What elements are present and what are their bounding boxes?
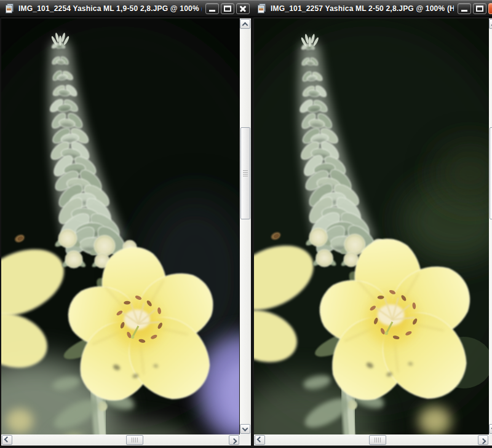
vertical-scrollbar[interactable]: [240, 18, 251, 434]
window-title: IMG_101_2254 Yashica ML 1,9-50 2,8.JPG @…: [18, 4, 202, 13]
scroll-up-button[interactable]: [240, 19, 250, 29]
vertical-scroll-thumb[interactable]: [240, 127, 250, 219]
window-controls: [205, 3, 250, 14]
titlebar[interactable]: IMG_101_2254 Yashica ML 1,9-50 2,8.JPG @…: [0, 0, 252, 17]
maximize-icon: [476, 6, 483, 12]
chevron-right-icon: [480, 438, 486, 444]
image-document-icon: [256, 4, 267, 14]
minimize-icon: [461, 10, 467, 12]
image-window-right: IMG_101_2257 Yashica ML 2-50 2,8.JPG @ 1…: [252, 0, 492, 448]
chevron-up-icon: [242, 22, 248, 28]
scroll-up-button[interactable]: [489, 19, 492, 29]
close-button[interactable]: [488, 3, 492, 14]
vertical-scrollbar[interactable]: [489, 18, 492, 434]
close-icon: [489, 4, 492, 14]
horizontal-scroll-thumb[interactable]: [369, 435, 386, 445]
close-button[interactable]: [236, 3, 250, 14]
window-left-border: [252, 17, 253, 448]
chevron-right-icon: [231, 438, 237, 444]
scroll-down-button[interactable]: [489, 424, 492, 434]
scrollbar-corner: [489, 434, 492, 446]
scroll-right-button[interactable]: [229, 435, 239, 445]
chevron-left-icon: [257, 436, 263, 442]
chevron-down-icon: [242, 425, 248, 431]
scroll-right-button[interactable]: [478, 435, 488, 445]
window-left-border: [0, 17, 1, 448]
photo-canvas[interactable]: [1, 18, 239, 434]
horizontal-scrollbar[interactable]: [254, 434, 489, 446]
chevron-left-icon: [4, 436, 10, 442]
horizontal-scrollbar[interactable]: [1, 434, 240, 446]
scroll-down-button[interactable]: [240, 424, 250, 434]
close-icon: [237, 4, 249, 14]
image-window-left: IMG_101_2254 Yashica ML 1,9-50 2,8.JPG @…: [0, 0, 252, 448]
window-bottom-border: [252, 446, 492, 448]
minimize-button[interactable]: [205, 3, 219, 14]
photo-canvas[interactable]: [254, 18, 489, 434]
maximize-button[interactable]: [473, 3, 486, 14]
window-title: IMG_101_2257 Yashica ML 2-50 2,8.JPG @ 1…: [271, 4, 454, 13]
scroll-left-button[interactable]: [255, 435, 265, 445]
maximize-button[interactable]: [221, 3, 234, 14]
minimize-icon: [209, 10, 215, 12]
vertical-scroll-thumb[interactable]: [490, 127, 492, 219]
scrollbar-corner: [240, 434, 251, 446]
horizontal-scroll-thumb[interactable]: [126, 435, 143, 445]
image-document-icon: [4, 4, 15, 14]
titlebar[interactable]: IMG_101_2257 Yashica ML 2-50 2,8.JPG @ 1…: [252, 0, 492, 17]
scroll-left-button[interactable]: [2, 435, 12, 445]
window-bottom-border: [0, 446, 252, 448]
minimize-button[interactable]: [458, 3, 471, 14]
window-controls: [458, 3, 492, 14]
maximize-icon: [224, 6, 231, 12]
